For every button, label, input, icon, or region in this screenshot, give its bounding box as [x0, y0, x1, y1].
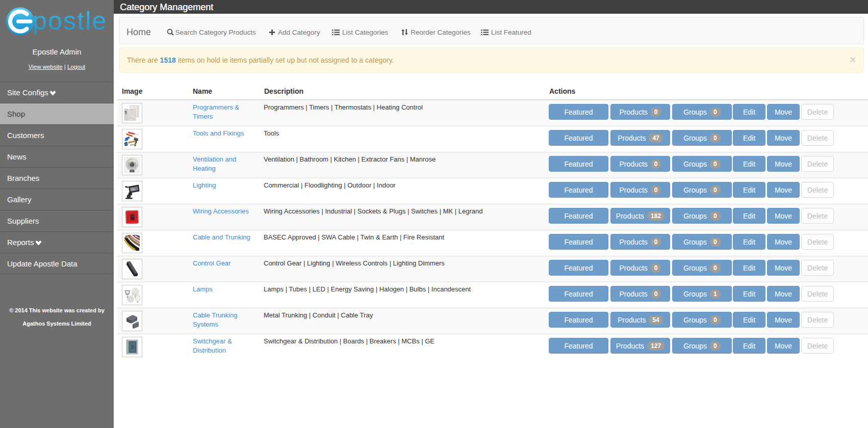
svg-text:postle: postle [33, 7, 108, 35]
